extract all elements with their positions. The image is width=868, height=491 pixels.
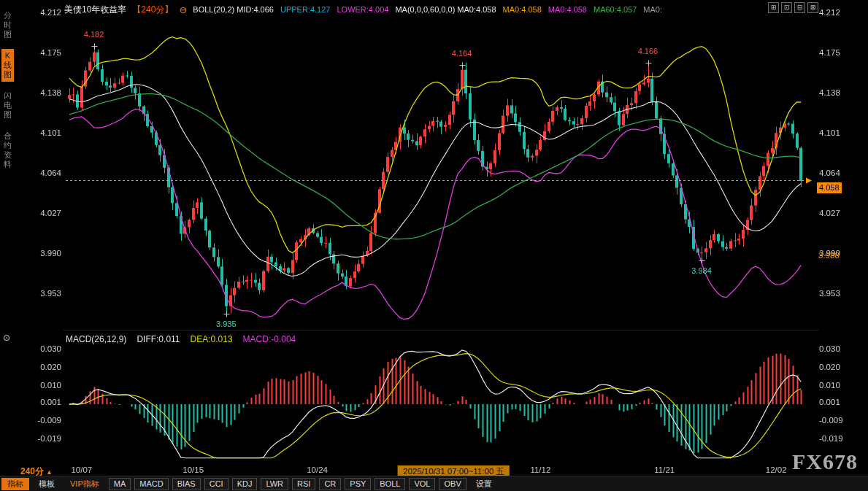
layout-icon-4[interactable]: ⊠ bbox=[807, 2, 818, 13]
legend-item: LOWER:4.004 bbox=[337, 5, 388, 14]
indicator-legend: BOLL(20,2) MID:4.066UPPER:4.127LOWER:4.0… bbox=[193, 5, 662, 14]
watermark: FX678 bbox=[792, 449, 858, 474]
legend-item: MA(0,0,0,60,0,0) MA0:4.058 bbox=[395, 5, 496, 14]
indicator-button-vol[interactable]: VOL bbox=[409, 478, 435, 490]
chart-canvas[interactable] bbox=[0, 0, 868, 491]
sidebar: 分时图K线图闪电图合约资料 bbox=[0, 9, 15, 179]
app-window: 4.2124.2124.1754.1754.1384.1384.1014.101… bbox=[0, 0, 868, 491]
period-tag: 【240分】 bbox=[132, 4, 173, 16]
period-axis-text: 240分 bbox=[20, 466, 44, 476]
tab-vip-indicators[interactable]: VIP指标 bbox=[64, 478, 105, 490]
indicator-button-psy[interactable]: PSY bbox=[345, 478, 371, 490]
indicator-button-rsi[interactable]: RSI bbox=[292, 478, 315, 490]
macd-legend-item: MACD:-0.004 bbox=[243, 334, 296, 344]
panel-circle-icon[interactable]: ⊙ bbox=[3, 333, 10, 343]
zoom-out-icon[interactable]: ⊖ bbox=[179, 5, 187, 15]
legend-item: MA0:4.058 bbox=[503, 5, 542, 14]
indicator-button-obv[interactable]: OBV bbox=[439, 478, 466, 490]
tab-templates[interactable]: 模板 bbox=[33, 478, 61, 490]
layout-icon-2[interactable]: ⊡ bbox=[781, 2, 792, 13]
tab-indicators[interactable]: 指标 bbox=[1, 478, 29, 490]
sidebar-item-contract-info[interactable]: 合约资料 bbox=[1, 129, 14, 171]
macd-legend-item: MACD(26,12,9) bbox=[66, 334, 126, 344]
legend-item: MA0:4.058 bbox=[548, 5, 587, 14]
legend-item: MA0: bbox=[643, 5, 662, 14]
indicator-button-boll[interactable]: BOLL bbox=[375, 478, 405, 490]
macd-header: MACD(26,12,9)DIFF:0.011DEA:0.013MACD:-0.… bbox=[66, 334, 296, 344]
layout-icons: ⊞⊡⊟⊠ bbox=[768, 2, 818, 13]
bottom-toolbar: 指标模板VIP指标MAMACDBIASCCIKDJLWRRSICRPSYBOLL… bbox=[0, 476, 868, 491]
sidebar-item-flash-chart[interactable]: 闪电图 bbox=[1, 89, 14, 122]
top-bar: 美债10年收益率 【240分】 ⊖ BOLL(20,2) MID:4.066UP… bbox=[0, 0, 868, 19]
macd-legend-item: DEA:0.013 bbox=[191, 334, 233, 344]
indicator-button-kdj[interactable]: KDJ bbox=[232, 478, 258, 490]
chart-title: 美债10年收益率 bbox=[64, 4, 126, 16]
macd-legend-item: DIFF:0.011 bbox=[137, 334, 180, 344]
indicator-button-cr[interactable]: CR bbox=[319, 478, 341, 490]
indicator-button-cci[interactable]: CCI bbox=[204, 478, 228, 490]
sidebar-item-kline-chart[interactable]: K线图 bbox=[1, 49, 14, 82]
sidebar-item-time-chart[interactable]: 分时图 bbox=[1, 9, 14, 42]
up-triangle-icon: ▲ bbox=[46, 468, 53, 476]
settings-button[interactable]: 设置 bbox=[470, 478, 498, 490]
legend-item: UPPER:4.127 bbox=[280, 5, 330, 14]
indicator-button-lwr[interactable]: LWR bbox=[261, 478, 288, 490]
indicator-button-ma[interactable]: MA bbox=[109, 478, 131, 490]
legend-item: BOLL(20,2) MID:4.066 bbox=[193, 5, 274, 14]
indicator-button-macd[interactable]: MACD bbox=[134, 478, 168, 490]
layout-icon-1[interactable]: ⊞ bbox=[768, 2, 779, 13]
layout-icon-3[interactable]: ⊟ bbox=[794, 2, 805, 13]
legend-item: MA60:4.057 bbox=[594, 5, 637, 14]
indicator-button-bias[interactable]: BIAS bbox=[172, 478, 201, 490]
